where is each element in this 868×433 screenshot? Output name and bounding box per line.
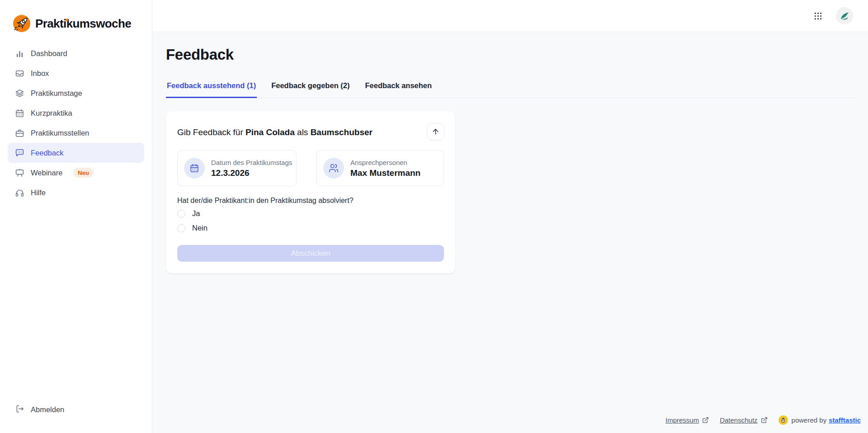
info-label: Ansprechpersonen: [350, 159, 420, 166]
layers-icon: [15, 89, 24, 98]
brand-logo[interactable]: Praktikumswoche: [12, 14, 131, 33]
datenschutz-link[interactable]: Datenschutz: [720, 416, 757, 424]
sidebar-item-kurzpraktika[interactable]: Kurzpraktika: [8, 103, 144, 123]
sidebar-item-hilfe[interactable]: Hilfe: [8, 183, 144, 202]
inbox-icon: [15, 69, 24, 78]
tab-feedback-gegeben[interactable]: Feedback gegeben (2): [270, 80, 350, 98]
tab-feedback-ansehen[interactable]: Feedback ansehen: [364, 80, 433, 98]
leaf-quill-icon: [839, 10, 850, 22]
avatar[interactable]: [836, 7, 853, 24]
topbar: [152, 0, 868, 32]
tabs: Feedback ausstehend (1) Feedback gegeben…: [166, 80, 855, 98]
radio-label: Ja: [192, 209, 200, 218]
sidebar-item-feedback[interactable]: Feedback: [8, 143, 144, 163]
presentation-icon: [15, 168, 24, 178]
radio-button[interactable]: [177, 224, 185, 232]
radio-option-ja[interactable]: Ja: [177, 209, 200, 218]
calendar-icon: [15, 108, 24, 118]
arrow-up-icon: [431, 127, 440, 136]
sidebar-item-label: Kurzpraktika: [31, 109, 72, 118]
external-link-icon[interactable]: [761, 417, 768, 424]
page-title: Feedback: [166, 46, 234, 63]
sidebar-item-label: Dashboard: [31, 49, 67, 58]
info-row: Datum des Praktikumstags 12.3.2026 Anspr…: [177, 150, 444, 186]
sidebar-item-inbox[interactable]: Inbox: [8, 63, 144, 83]
users-icon: [323, 158, 344, 179]
info-value-contact: Max Mustermann: [350, 168, 420, 178]
logout-label: Abmelden: [31, 405, 64, 414]
collapse-button[interactable]: [427, 123, 444, 141]
headphones-icon: [15, 188, 24, 198]
sidebar-item-dashboard[interactable]: Dashboard: [8, 43, 144, 63]
sidebar-item-label: Feedback: [31, 149, 63, 157]
apps-grid-icon[interactable]: [811, 9, 825, 23]
submit-button[interactable]: Abschicken: [177, 245, 444, 262]
brand-i-dot: [66, 19, 68, 21]
radio-button[interactable]: [177, 210, 185, 218]
role-name: Baumschubser: [311, 127, 373, 137]
sidebar-item-webinare[interactable]: Webinare Neu: [8, 163, 144, 183]
logout-button[interactable]: Abmelden: [8, 400, 144, 419]
stafftastic-mascot-icon: [778, 415, 788, 425]
info-text: Datum des Praktikumstags 12.3.2026: [211, 159, 292, 178]
attendance-question: Hat der/die Praktikant:in den Praktikums…: [177, 197, 354, 205]
info-label: Datum des Praktikumstags: [211, 159, 292, 166]
footer: Impressum Datenschutz powered by staffta…: [665, 415, 861, 425]
card-title: Gib Feedback für Pina Colada als Baumsch…: [177, 127, 373, 137]
sidebar-item-label: Praktikumsstellen: [31, 129, 89, 137]
sidebar-item-label: Hilfe: [31, 188, 46, 197]
sidebar-nav: Dashboard Inbox Praktikumstage Kurzprakt…: [8, 43, 144, 202]
bar-chart-icon: [15, 49, 24, 58]
feedback-card: Gib Feedback für Pina Colada als Baumsch…: [166, 111, 455, 273]
calendar-icon: [184, 158, 205, 179]
tab-feedback-ausstehend[interactable]: Feedback ausstehend (1): [166, 80, 257, 98]
sidebar-item-label: Inbox: [31, 69, 49, 78]
sidebar-item-label: Praktikumstage: [31, 89, 82, 98]
main-content: Feedback Feedback ausstehend (1) Feedbac…: [152, 32, 868, 433]
info-value-date: 12.3.2026: [211, 168, 292, 178]
sidebar: Praktikumswoche Dashboard Inbox Praktiku…: [0, 0, 152, 433]
intern-name: Pina Colada: [245, 127, 295, 137]
radio-label: Nein: [192, 224, 208, 232]
info-text: Ansprechpersonen Max Mustermann: [350, 159, 420, 178]
topbar-actions: [811, 0, 853, 32]
sidebar-item-praktikumstage[interactable]: Praktikumstage: [8, 83, 144, 103]
brand-name: Praktikumswoche: [35, 17, 131, 31]
app-window: Praktikumswoche Dashboard Inbox Praktiku…: [0, 0, 868, 433]
chat-bubble-icon: [15, 148, 24, 158]
sidebar-item-label: Webinare: [31, 169, 62, 177]
rocket-logo-icon: [12, 14, 31, 33]
external-link-icon[interactable]: [702, 417, 709, 424]
stafftastic-link[interactable]: stafftastic: [829, 416, 861, 424]
info-box-date: Datum des Praktikumstags 12.3.2026: [177, 150, 297, 186]
impressum-link[interactable]: Impressum: [665, 416, 699, 424]
radio-option-nein[interactable]: Nein: [177, 224, 208, 232]
sidebar-item-praktikumsstellen[interactable]: Praktikumsstellen: [8, 123, 144, 143]
powered-by-text: powered by: [792, 416, 827, 424]
briefcase-icon: [15, 128, 24, 138]
neu-badge: Neu: [73, 168, 94, 178]
logout-icon: [15, 404, 24, 415]
info-box-contacts: Ansprechpersonen Max Mustermann: [316, 150, 444, 186]
